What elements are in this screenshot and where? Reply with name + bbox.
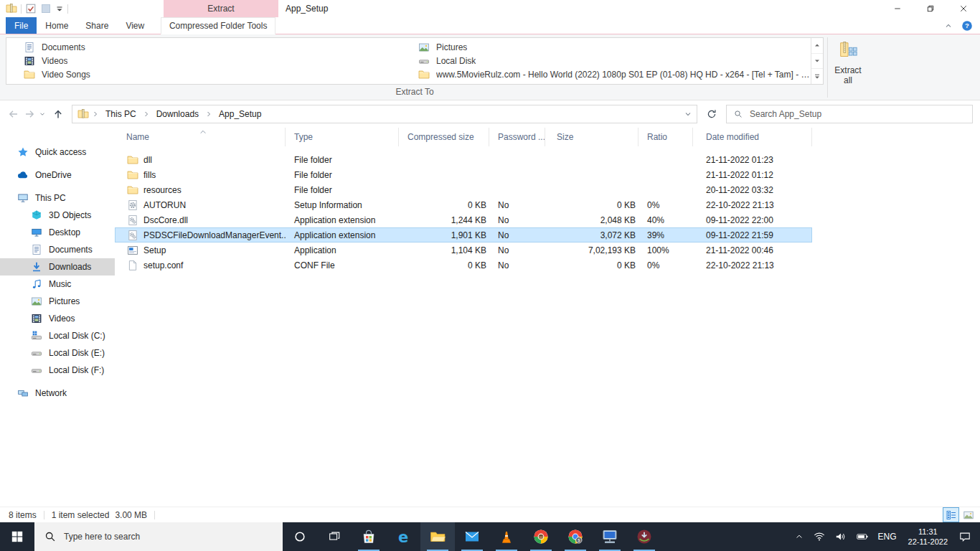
gallery-scroll-up-button[interactable] — [811, 38, 823, 53]
show-hidden-icons-button[interactable] — [790, 522, 809, 551]
column-header-date-modified[interactable]: Date modified — [693, 128, 812, 146]
sidebar-item-quick-access[interactable]: Quick access — [0, 143, 115, 161]
extract-destination[interactable]: www.5MovieRulz.com - Hello World (2022) … — [408, 68, 811, 82]
sidebar-item-local-disk-e[interactable]: Local Disk (E:) — [0, 344, 115, 362]
help-icon[interactable]: ? — [961, 20, 973, 32]
file-row[interactable]: dllFile folder21-11-2022 01:23 — [115, 152, 812, 167]
address-dropdown-button[interactable] — [681, 105, 695, 123]
sidebar-item-music[interactable]: Music — [0, 276, 115, 293]
sidebar-item-downloads[interactable]: Downloads — [0, 258, 115, 276]
taskbar-search[interactable]: Type here to search — [34, 522, 283, 551]
file-size: 3,072 KB — [545, 230, 639, 240]
file-row[interactable]: SetupApplication1,104 KBNo7,02,193 KB100… — [115, 242, 812, 258]
refresh-button[interactable] — [702, 105, 722, 123]
file-row[interactable]: PSDSCFileDownloadManagerEvent...Applicat… — [115, 227, 812, 242]
forward-button[interactable] — [22, 105, 37, 123]
file-row[interactable]: AUTORUNSetup Information0 KBNo0 KB0%22-1… — [115, 197, 812, 212]
thumbnails-view-icon — [963, 509, 974, 521]
taskbar-mail-button[interactable] — [455, 522, 489, 551]
column-header-compressed-size[interactable]: Compressed size — [399, 128, 489, 146]
action-center-button[interactable] — [954, 522, 976, 551]
back-button[interactable] — [6, 105, 22, 123]
sidebar-item-local-disk-f[interactable]: Local Disk (F:) — [0, 362, 115, 379]
properties-checkbox-icon[interactable] — [25, 3, 37, 14]
file-row[interactable]: setup.confCONF File0 KBNo0 KB0%22-10-202… — [115, 258, 812, 273]
clock[interactable]: 11:31 22-11-2022 — [902, 522, 954, 551]
battery-button[interactable] — [852, 522, 873, 551]
extract-destination[interactable]: Videos — [6, 54, 408, 67]
status-bar: 8 items 1 item selected 3.00 MB — [0, 507, 980, 522]
extract-destination[interactable]: Pictures — [408, 40, 811, 54]
search-box[interactable]: Search App_Setup — [726, 105, 973, 123]
address-box[interactable]: This PCDownloadsApp_Setup — [72, 105, 697, 123]
breadcrumb-item[interactable]: This PC — [100, 105, 141, 123]
sidebar-item-pictures[interactable]: Pictures — [0, 293, 115, 310]
tab-share[interactable]: Share — [77, 17, 117, 34]
cloud-icon — [17, 169, 29, 181]
column-header-type[interactable]: Type — [286, 128, 399, 146]
recent-locations-button[interactable] — [37, 105, 47, 123]
taskbar-edge-button[interactable]: e — [386, 522, 420, 551]
chrome2-icon: $ — [567, 528, 584, 545]
customize-quick-access-toolbar-icon[interactable] — [55, 4, 64, 13]
taskbar-chrome-profile-2-button[interactable]: $ — [558, 522, 593, 551]
language-indicator[interactable]: ENG — [873, 522, 902, 551]
task-view-button[interactable] — [317, 522, 352, 551]
picture-icon — [418, 42, 430, 53]
tab-compressed-folder-tools[interactable]: Compressed Folder Tools — [161, 17, 275, 34]
breadcrumb-chevron-icon[interactable] — [141, 110, 151, 118]
taskbar-chrome-profile-1-button[interactable] — [524, 522, 558, 551]
volume-button[interactable] — [830, 522, 852, 551]
gallery-scroll-down-button[interactable] — [811, 53, 823, 69]
taskbar-remote-pc-app-button[interactable] — [593, 522, 627, 551]
up-button[interactable] — [50, 105, 66, 123]
start-button[interactable] — [0, 522, 34, 551]
taskbar-vlc-button[interactable] — [489, 522, 524, 551]
file-row[interactable]: fillsFile folder21-11-2022 01:12 — [115, 167, 812, 182]
minimize-button[interactable] — [881, 0, 914, 17]
sidebar-item-documents[interactable]: Documents — [0, 241, 115, 258]
cortana-button[interactable] — [283, 522, 317, 551]
tab-home[interactable]: Home — [37, 17, 77, 34]
extract-all-button[interactable]: Extract all — [831, 40, 865, 96]
extract-destination[interactable]: Documents — [6, 40, 408, 54]
extract-to-col1: DocumentsVideosVideo Songs — [6, 38, 408, 84]
file-name: Setup — [143, 245, 166, 255]
sidebar-item-videos[interactable]: Videos — [0, 310, 115, 327]
tab-view[interactable]: View — [117, 17, 153, 34]
sort-ascending-icon[interactable] — [199, 128, 207, 136]
restore-button[interactable] — [914, 0, 947, 17]
sidebar-item-onedrive[interactable]: OneDrive — [0, 166, 115, 184]
breadcrumb-item[interactable]: App_Setup — [214, 105, 266, 123]
appfile-icon — [127, 245, 138, 256]
gallery-more-button[interactable] — [811, 68, 823, 84]
breadcrumb-chevron-icon[interactable] — [204, 110, 214, 118]
sidebar-item-this-pc[interactable]: This PC — [0, 189, 115, 207]
column-header-ratio[interactable]: Ratio — [639, 128, 693, 146]
sidebar-item-desktop[interactable]: Desktop — [0, 224, 115, 241]
file-row[interactable]: DscCore.dllApplication extension1,244 KB… — [115, 212, 812, 227]
close-button[interactable] — [947, 0, 980, 17]
tab-file[interactable]: File — [6, 17, 37, 34]
breadcrumb-chevron-icon[interactable] — [90, 110, 100, 118]
taskbar-download-manager-button[interactable] — [627, 522, 661, 551]
collapse-ribbon-icon[interactable] — [944, 22, 953, 30]
breadcrumb-item[interactable]: Downloads — [151, 105, 204, 123]
wifi-button[interactable] — [809, 522, 830, 551]
thumbnails-view-button[interactable] — [961, 508, 976, 522]
column-header-password[interactable]: Password ... — [489, 128, 545, 146]
extract-destination[interactable]: Video Songs — [6, 68, 408, 82]
sidebar-item-3d-objects[interactable]: 3D Objects — [0, 207, 115, 224]
new-folder-icon[interactable] — [40, 3, 52, 14]
taskbar-store-button[interactable] — [352, 522, 386, 551]
file-size: 0 KB — [545, 200, 639, 210]
file-row[interactable]: resourcesFile folder20-11-2022 03:32 — [115, 182, 812, 197]
extract-destination[interactable]: Local Disk — [408, 54, 811, 67]
sidebar-item-local-disk-c[interactable]: Local Disk (C:) — [0, 327, 115, 344]
sidebar-item-network[interactable]: Network — [0, 385, 115, 402]
selected-size: 3.00 MB — [115, 510, 147, 520]
column-header-size[interactable]: Size — [545, 128, 639, 146]
details-view-button[interactable] — [943, 508, 958, 522]
taskbar-file-explorer-button[interactable] — [420, 522, 455, 551]
triangle-down-icon — [814, 57, 821, 65]
